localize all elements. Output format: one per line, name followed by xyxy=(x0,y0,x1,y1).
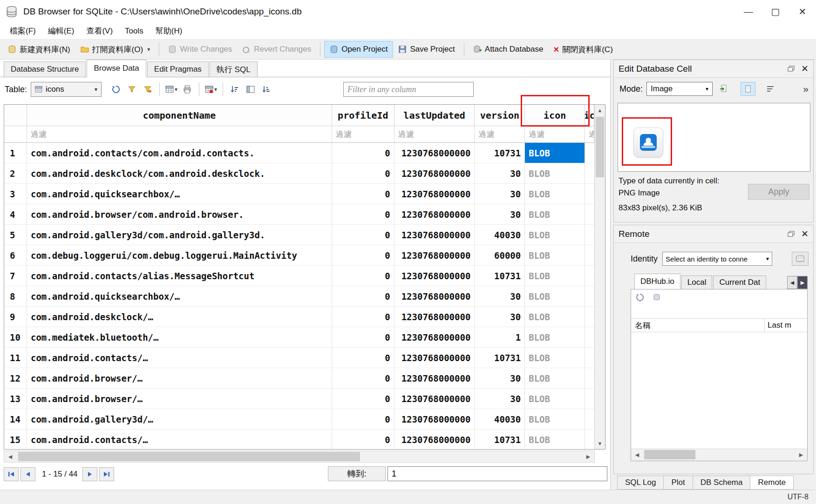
cell-partial[interactable] xyxy=(585,409,594,430)
row-number-cell[interactable]: 7 xyxy=(4,266,27,286)
export-data-button[interactable] xyxy=(741,82,755,96)
cell-version[interactable]: 10731 xyxy=(475,430,525,449)
cell-icon-blob[interactable]: BLOB xyxy=(525,409,585,430)
cell-lastUpdated[interactable]: 1230768000000 xyxy=(394,368,475,389)
scroll-down-arrow[interactable]: ▼ xyxy=(595,438,605,449)
scroll-left-arrow[interactable]: ◀ xyxy=(4,451,16,462)
cell-profileId[interactable]: 0 xyxy=(332,430,394,449)
new-record-button[interactable]: ▾ xyxy=(163,82,179,97)
tab-edit-pragmas[interactable]: Edit Pragmas xyxy=(147,61,209,77)
cell-icon-blob[interactable]: BLOB xyxy=(525,307,585,327)
cell-lastUpdated[interactable]: 1230768000000 xyxy=(394,204,475,225)
tab-database-structure[interactable]: Database Structure xyxy=(4,61,86,77)
print-button[interactable] xyxy=(179,82,195,97)
cell-lastUpdated[interactable]: 1230768000000 xyxy=(394,286,475,307)
dock-tab-db-schema[interactable]: DB Schema xyxy=(693,476,751,490)
cell-componentName[interactable]: com.android.gallery3d/com.android.galler… xyxy=(27,225,332,245)
column-header-profileId[interactable]: profileId xyxy=(332,105,394,126)
cell-version[interactable]: 40030 xyxy=(475,225,525,245)
cell-lastUpdated[interactable]: 1230768000000 xyxy=(394,307,475,327)
horizontal-scrollbar-thumb[interactable] xyxy=(18,452,360,461)
open-database-button[interactable]: 打開資料庫(O) ▾ xyxy=(75,41,156,58)
sort-descending-button[interactable] xyxy=(258,82,274,97)
cell-version[interactable]: 30 xyxy=(475,286,525,307)
cell-componentName[interactable]: com.android.contacts/… xyxy=(27,430,332,449)
row-number-cell[interactable]: 6 xyxy=(4,245,27,266)
cell-componentName[interactable]: com.android.contacts/… xyxy=(27,348,332,368)
cell-profileId[interactable]: 0 xyxy=(332,348,394,368)
row-number-cell[interactable]: 5 xyxy=(4,225,27,245)
cell-icon-blob[interactable]: BLOB xyxy=(525,430,585,449)
cell-icon-blob[interactable]: BLOB xyxy=(525,389,585,409)
sort-ascending-button[interactable] xyxy=(227,82,243,97)
filter-version[interactable]: 過濾 xyxy=(475,126,525,143)
first-record-button[interactable] xyxy=(4,467,19,481)
scroll-right-arrow[interactable]: ▶ xyxy=(582,451,594,462)
delete-record-button[interactable]: ▾ xyxy=(203,82,219,97)
remote-tab-local[interactable]: Local xyxy=(681,276,713,289)
grid-vertical-scrollbar[interactable]: ▲ ▼ xyxy=(594,105,605,449)
cell-componentName[interactable]: com.android.quicksearchbox/… xyxy=(27,184,332,204)
filter-partial[interactable]: 過濾 xyxy=(585,126,594,143)
cell-partial[interactable] xyxy=(585,143,594,163)
cell-icon-blob[interactable]: BLOB xyxy=(525,163,585,184)
cell-partial[interactable] xyxy=(585,389,594,409)
cell-version[interactable]: 30 xyxy=(475,184,525,204)
cell-lastUpdated[interactable]: 1230768000000 xyxy=(394,348,475,368)
remote-tabs-scroll-right[interactable]: ▶ xyxy=(797,276,808,289)
cell-lastUpdated[interactable]: 1230768000000 xyxy=(394,266,475,286)
next-record-button[interactable] xyxy=(82,467,97,481)
remote-tab-current-database[interactable]: Current Dat xyxy=(713,276,766,289)
cell-version[interactable]: 60000 xyxy=(475,245,525,266)
cell-componentName[interactable]: com.android.deskclock/… xyxy=(27,307,332,327)
cell-componentName[interactable]: com.android.browser/… xyxy=(27,389,332,409)
clear-filters-button[interactable] xyxy=(124,82,140,97)
cell-profileId[interactable]: 0 xyxy=(332,245,394,266)
cell-partial[interactable] xyxy=(585,245,594,266)
menu-tools[interactable]: Tools xyxy=(119,23,150,39)
cell-icon-blob[interactable]: BLOB xyxy=(525,225,585,245)
row-number-cell[interactable]: 8 xyxy=(4,286,27,307)
remote-horizontal-scrollbar[interactable]: ◀ ▶ xyxy=(631,449,807,461)
column-header-partial[interactable]: ic xyxy=(585,105,594,126)
cell-componentName[interactable]: com.android.browser/… xyxy=(27,368,332,389)
cell-profileId[interactable]: 0 xyxy=(332,266,394,286)
cell-icon-blob[interactable]: BLOB xyxy=(525,143,585,163)
cell-icon-blob[interactable]: BLOB xyxy=(525,348,585,368)
row-number-cell[interactable]: 4 xyxy=(4,204,27,225)
vertical-scrollbar-thumb[interactable] xyxy=(596,117,604,177)
row-number-cell[interactable]: 13 xyxy=(4,389,27,409)
cell-lastUpdated[interactable]: 1230768000000 xyxy=(394,184,475,204)
close-panel-icon[interactable]: ✕ xyxy=(801,228,809,239)
filter-lastUpdated[interactable]: 過濾 xyxy=(394,126,475,143)
cell-lastUpdated[interactable]: 1230768000000 xyxy=(394,245,475,266)
cell-partial[interactable] xyxy=(585,184,594,204)
write-changes-button[interactable]: Write Changes xyxy=(163,41,237,58)
column-header-version[interactable]: version xyxy=(475,105,525,126)
cell-partial[interactable] xyxy=(585,266,594,286)
remote-modified-column-header[interactable]: Last m xyxy=(764,319,807,332)
cell-icon-blob[interactable]: BLOB xyxy=(525,245,585,266)
menu-edit[interactable]: 編輯(E) xyxy=(42,23,81,39)
cell-icon-blob[interactable]: BLOB xyxy=(525,327,585,348)
cell-componentName[interactable]: com.android.browser/com.android.browser. xyxy=(27,204,332,225)
cell-componentName[interactable]: com.android.quicksearchbox/… xyxy=(27,286,332,307)
cell-lastUpdated[interactable]: 1230768000000 xyxy=(394,430,475,449)
goto-record-button[interactable]: 轉到: xyxy=(328,466,386,481)
dock-tab-plot[interactable]: Plot xyxy=(663,476,693,490)
menu-help[interactable]: 幫助(H) xyxy=(150,23,189,39)
row-number-cell[interactable]: 9 xyxy=(4,307,27,327)
minimize-button[interactable]: — xyxy=(735,0,762,23)
remote-scrollbar-thumb[interactable] xyxy=(644,450,695,459)
cell-version[interactable]: 10731 xyxy=(475,348,525,368)
cell-componentName[interactable]: com.android.deskclock/com.android.deskcl… xyxy=(27,163,332,184)
cell-profileId[interactable]: 0 xyxy=(332,327,394,348)
cell-partial[interactable] xyxy=(585,204,594,225)
dock-tab-sql-log[interactable]: SQL Log xyxy=(617,476,664,490)
cell-version[interactable]: 30 xyxy=(475,163,525,184)
cell-version[interactable]: 40030 xyxy=(475,409,525,430)
cell-partial[interactable] xyxy=(585,430,594,449)
cell-version[interactable]: 1 xyxy=(475,327,525,348)
cell-icon-blob[interactable]: BLOB xyxy=(525,184,585,204)
cell-version[interactable]: 30 xyxy=(475,204,525,225)
